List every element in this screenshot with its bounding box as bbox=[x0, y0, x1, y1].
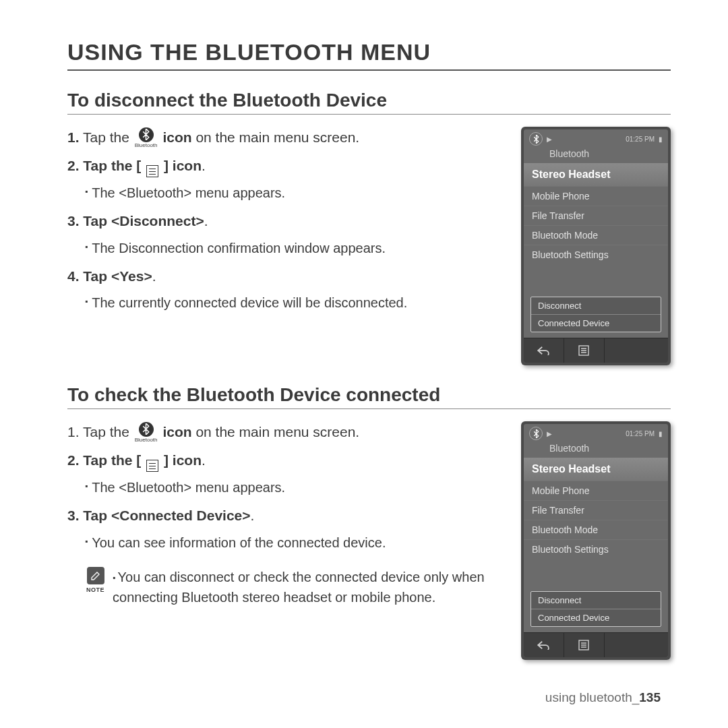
section-check-title: To check the Bluetooth Device connected bbox=[67, 384, 671, 409]
popup-item: Connected Device bbox=[531, 314, 661, 332]
step-text: icon bbox=[162, 424, 191, 439]
substep: The <Bluetooth> menu appears. bbox=[85, 183, 509, 204]
step-text: ] icon bbox=[164, 158, 202, 173]
page-title: USING THE BLUETOOTH MENU bbox=[67, 39, 671, 71]
list-item-highlight: Stereo Headset bbox=[524, 458, 668, 481]
menu-icon bbox=[146, 460, 158, 472]
note-icon: NOTE bbox=[86, 567, 104, 595]
step-text: 3. Tap <Connected Device> bbox=[67, 508, 251, 523]
menu-icon bbox=[146, 165, 158, 177]
bluetooth-icon: Bluetooth bbox=[135, 127, 158, 150]
popup-item: Disconnect bbox=[531, 592, 661, 609]
list-item: Bluetooth Mode bbox=[524, 225, 668, 245]
back-button bbox=[524, 633, 564, 657]
step-text: ] icon bbox=[164, 452, 202, 468]
screen-title: Bluetooth bbox=[524, 147, 668, 163]
step-text: on the main menu screen. bbox=[192, 129, 360, 145]
list-item: Bluetooth Settings bbox=[524, 245, 668, 264]
instructions-disconnect: 1. Tap the Bluetooth icon on the main me… bbox=[67, 127, 509, 320]
instructions-check: 1. Tap the Bluetooth icon on the main me… bbox=[67, 421, 509, 607]
step-text: icon bbox=[162, 129, 191, 145]
list-item: Bluetooth Mode bbox=[524, 520, 668, 539]
list-item: Bluetooth Settings bbox=[524, 539, 668, 559]
device-screenshot: ▶ 01:25 PM ▮ Bluetooth Stereo Headset Mo… bbox=[521, 421, 671, 660]
step-text: on the main menu screen. bbox=[192, 424, 360, 439]
step-text: 2. Tap the [ bbox=[67, 452, 141, 468]
section-disconnect-title: To disconnect the Bluetooth Device bbox=[67, 90, 671, 115]
step-text: Tap the bbox=[83, 424, 129, 439]
list-item: Mobile Phone bbox=[524, 186, 668, 206]
list-item: File Transfer bbox=[524, 500, 668, 520]
step-num: 1. bbox=[67, 129, 80, 145]
popup-item: Disconnect bbox=[531, 297, 661, 314]
bluetooth-icon: Bluetooth bbox=[135, 422, 158, 444]
note-text: You can disconnect or check the connecte… bbox=[113, 567, 509, 607]
battery-icon: ▮ bbox=[659, 430, 663, 437]
back-button bbox=[524, 338, 564, 363]
step-text: 3. Tap <Disconnect> bbox=[67, 213, 204, 229]
substep: The Disconnection confirmation window ap… bbox=[85, 238, 509, 259]
status-time: 01:25 PM bbox=[626, 135, 655, 143]
step-num: 1. bbox=[67, 424, 80, 439]
page-footer: using bluetooth_135 bbox=[545, 690, 661, 705]
substep: The <Bluetooth> menu appears. bbox=[85, 477, 509, 498]
bluetooth-icon bbox=[529, 427, 543, 440]
menu-button bbox=[564, 338, 605, 363]
bluetooth-icon bbox=[529, 132, 543, 146]
popup-menu: Disconnect Connected Device bbox=[530, 591, 661, 627]
screen-title: Bluetooth bbox=[524, 442, 668, 458]
step-text: 2. Tap the [ bbox=[67, 158, 141, 173]
list-item-highlight: Stereo Headset bbox=[524, 163, 668, 186]
device-screenshot: ▶ 01:25 PM ▮ Bluetooth Stereo Headset Mo… bbox=[521, 127, 671, 365]
step-text: Tap the bbox=[83, 129, 129, 145]
list-item: File Transfer bbox=[524, 206, 668, 225]
popup-menu: Disconnect Connected Device bbox=[530, 297, 661, 332]
popup-item: Connected Device bbox=[531, 609, 661, 626]
list-item: Mobile Phone bbox=[524, 481, 668, 500]
battery-icon: ▮ bbox=[659, 135, 663, 143]
menu-button bbox=[564, 633, 605, 657]
substep: You can see information of the connected… bbox=[85, 533, 509, 553]
blank-button bbox=[605, 338, 668, 363]
blank-button bbox=[605, 633, 668, 657]
status-time: 01:25 PM bbox=[626, 430, 655, 437]
substep: The currently connected device will be d… bbox=[85, 293, 509, 313]
step-text: 4. Tap <Yes> bbox=[67, 268, 152, 284]
